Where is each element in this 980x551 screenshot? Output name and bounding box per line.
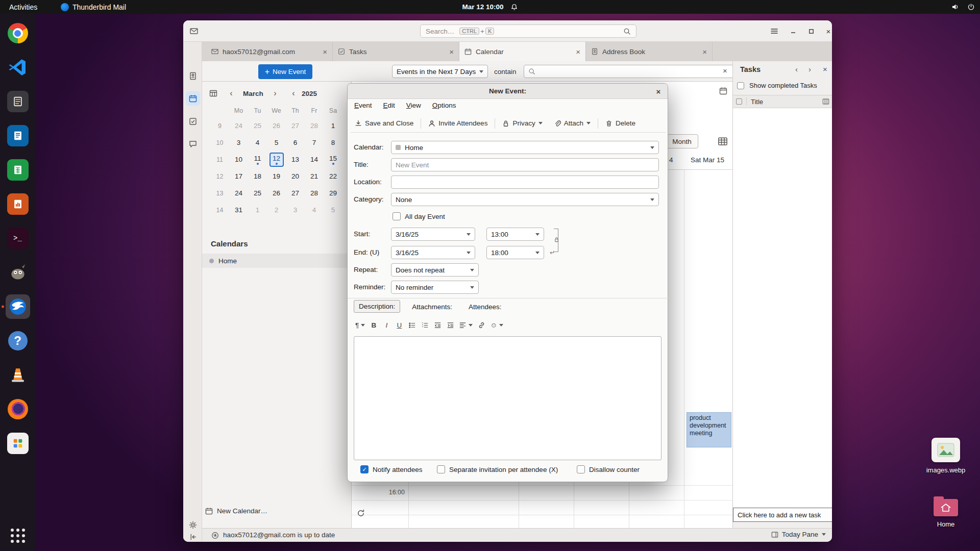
minical-day[interactable]: 11 <box>248 151 267 168</box>
dock-item-chrome[interactable] <box>6 21 30 45</box>
calendar-list-item-home[interactable]: Home <box>202 254 352 268</box>
refresh-icon[interactable] <box>357 509 365 517</box>
spaces-tasks-icon[interactable] <box>186 114 200 129</box>
minical-day[interactable]: 20 <box>286 168 305 185</box>
pane-next-arrow[interactable]: › <box>808 65 811 73</box>
minical-day[interactable]: 6 <box>286 134 305 151</box>
minical-day[interactable]: 13 <box>286 151 305 168</box>
menu-options[interactable]: Options <box>428 100 461 113</box>
minical-day[interactable]: 19 <box>267 168 286 185</box>
insert-link-button[interactable] <box>476 319 487 331</box>
minical-day[interactable]: 24 <box>229 185 248 202</box>
column-picker-icon[interactable] <box>822 98 829 105</box>
minical-day[interactable]: 31 <box>229 202 248 218</box>
minical-day[interactable]: 24 <box>229 117 248 134</box>
category-select[interactable]: None <box>391 193 659 206</box>
start-time-select[interactable]: 13:00 <box>486 228 544 241</box>
bold-button[interactable]: B <box>368 319 379 331</box>
save-and-close-button[interactable]: Save and Close <box>351 117 418 130</box>
minical-day[interactable]: 28 <box>305 185 324 202</box>
spaces-chat-icon[interactable] <box>186 137 200 151</box>
global-search-input[interactable]: Search… CTRL + K <box>420 24 636 38</box>
minical-day[interactable]: 27 <box>286 185 305 202</box>
clear-filter-icon[interactable]: × <box>723 66 727 75</box>
repeat-select[interactable]: Does not repeat <box>391 263 479 277</box>
menu-edit[interactable]: Edit <box>379 100 400 113</box>
separate-invitation-checkbox[interactable]: Separate invitation per attendee (X) <box>437 465 558 473</box>
tab-tasks[interactable]: Tasks × <box>333 42 459 61</box>
rotate-view-icon[interactable] <box>719 87 727 95</box>
start-date-select[interactable]: 3/16/25 <box>391 228 475 241</box>
minical-day[interactable]: 21 <box>305 168 324 185</box>
paragraph-style-button[interactable]: ¶ <box>354 319 366 331</box>
spaces-collapse-icon[interactable] <box>186 530 200 542</box>
prev-month-arrow[interactable]: ‹ <box>226 89 237 98</box>
minimize-button[interactable] <box>787 25 799 37</box>
minical-day[interactable]: 10 <box>229 151 248 168</box>
align-button[interactable] <box>457 319 474 331</box>
minical-day[interactable]: 5 <box>324 202 342 218</box>
next-month-arrow[interactable]: › <box>270 89 281 98</box>
show-completed-checkbox[interactable]: Show completed Tasks <box>737 82 817 89</box>
description-textarea[interactable] <box>354 336 662 460</box>
minical-day[interactable]: 28 <box>305 117 324 134</box>
minical-day[interactable]: 15 <box>324 151 342 168</box>
minical-day[interactable]: 26 <box>267 185 286 202</box>
prev-year-arrow[interactable]: ‹ <box>288 89 299 98</box>
italic-button[interactable]: I <box>381 319 392 331</box>
dock-item-software-center[interactable] <box>6 431 30 456</box>
minical-day[interactable]: 14 <box>305 151 324 168</box>
dock-item-gimp[interactable] <box>6 260 30 285</box>
menu-view[interactable]: View <box>402 100 426 113</box>
today-pane-toggle[interactable]: Today Pane <box>771 531 826 538</box>
focused-app-indicator[interactable]: Thunderbird Mail <box>61 3 126 11</box>
dock-item-libreoffice-impress[interactable] <box>6 192 30 216</box>
numbered-list-button[interactable] <box>419 319 430 331</box>
dock-item-vscode[interactable] <box>6 55 30 80</box>
disallow-counter-checkbox[interactable]: Disallow counter <box>577 465 640 473</box>
minical-day[interactable]: 3 <box>229 134 248 151</box>
tab-attendees[interactable]: Attendees: <box>464 301 506 313</box>
tab-calendar[interactable]: Calendar × <box>459 42 586 61</box>
dock-item-show-apps[interactable] <box>6 523 30 548</box>
allday-checkbox[interactable]: All day Event <box>393 212 445 220</box>
end-time-select[interactable]: 18:00 <box>486 246 544 259</box>
add-task-input[interactable]: Click here to add a new task <box>733 508 832 522</box>
notify-attendees-checkbox[interactable]: ✓ Notify attendees <box>360 465 423 473</box>
minical-day[interactable]: 5 <box>267 134 286 151</box>
calendar-event-block[interactable]: product development meeting <box>687 412 731 447</box>
minical-day[interactable]: 1 <box>324 117 342 134</box>
clock-menu[interactable]: Mar 12 10:00 <box>462 3 518 11</box>
keep-duration-icon[interactable]: ↵ <box>550 249 555 256</box>
underline-button[interactable]: U <box>394 319 405 331</box>
close-window-button[interactable]: × <box>822 25 832 37</box>
dock-item-thunderbird[interactable] <box>6 294 30 319</box>
spaces-calendar-icon[interactable] <box>186 91 200 106</box>
dock-item-vlc[interactable] <box>6 363 30 387</box>
event-filter-dropdown[interactable]: Events in the Next 7 Days <box>392 65 488 78</box>
minical-day[interactable]: 7 <box>305 134 324 151</box>
tab-close-icon[interactable]: × <box>323 47 327 56</box>
event-search-input[interactable] <box>524 65 738 78</box>
spaces-addressbook-icon[interactable] <box>186 69 200 83</box>
delete-button[interactable]: Delete <box>601 117 640 130</box>
minical-day[interactable]: 17 <box>229 168 248 185</box>
privacy-button[interactable]: Privacy <box>498 117 546 130</box>
desktop-icon-images[interactable]: images.webp <box>918 438 974 474</box>
dock-item-firefox[interactable] <box>6 397 30 421</box>
dock-item-text-editor[interactable] <box>6 89 30 114</box>
pane-close-icon[interactable]: × <box>823 65 827 73</box>
event-title-input[interactable] <box>391 158 659 171</box>
minical-day[interactable]: 3 <box>286 202 305 218</box>
new-event-button[interactable]: + New Event <box>258 64 312 79</box>
calendar-select[interactable]: Home <box>391 141 659 154</box>
dock-item-help[interactable]: ? <box>6 329 30 353</box>
minical-day[interactable]: 29 <box>324 185 342 202</box>
tab-attachments[interactable]: Attachments: <box>407 301 457 313</box>
attach-button[interactable]: Attach <box>550 117 595 130</box>
system-status-area[interactable] <box>951 3 975 11</box>
dock-item-libreoffice-calc[interactable] <box>6 158 30 182</box>
minical-day[interactable]: 25 <box>248 185 267 202</box>
timezone-lock-icon[interactable] <box>554 237 559 242</box>
minical-day[interactable]: 22 <box>324 168 342 185</box>
